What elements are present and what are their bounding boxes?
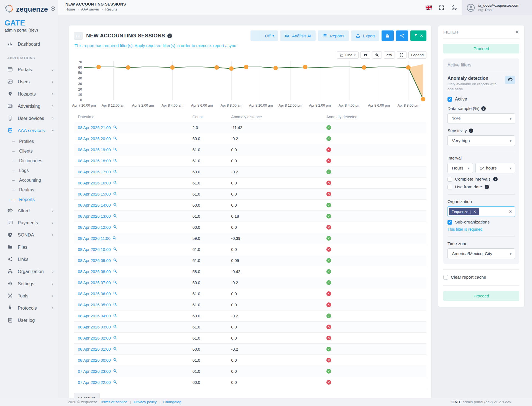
search-icon[interactable] [113, 169, 117, 174]
breadcrumb-home[interactable]: Home [65, 7, 75, 11]
active-checkbox-row[interactable]: Active [447, 97, 515, 102]
anomaly-ai-button[interactable] [505, 76, 515, 84]
search-icon[interactable] [112, 236, 117, 241]
search-icon[interactable] [113, 136, 117, 141]
row-datetime-link[interactable]: 08 Apr 2026 19:00 [78, 147, 117, 152]
sidebar-subitem-dictionaries[interactable]: Dictionaries [0, 156, 58, 166]
row-datetime-link[interactable]: 08 Apr 2026 09:00 [78, 258, 117, 263]
search-icon[interactable] [113, 180, 117, 186]
info-icon[interactable] [481, 106, 486, 111]
share-button[interactable] [396, 30, 408, 41]
row-datetime-link[interactable]: 08 Apr 2026 02:00 [78, 335, 117, 341]
search-icon[interactable] [113, 346, 117, 352]
interval-unit-select[interactable]: Hours [447, 163, 473, 173]
sidebar-item-files[interactable]: Files [0, 241, 58, 253]
info-icon[interactable] [485, 185, 489, 189]
auto-refresh-button[interactable]: Off▾ [250, 30, 278, 41]
search-icon[interactable] [113, 280, 117, 285]
search-icon[interactable] [113, 291, 117, 296]
sidebar-item-tools[interactable]: Tools› [0, 290, 58, 302]
row-datetime-link[interactable]: 08 Apr 2026 18:00 [78, 158, 117, 163]
search-icon[interactable] [113, 202, 117, 208]
search-icon[interactable] [113, 247, 117, 252]
row-datetime-link[interactable]: 08 Apr 2026 00:00 [78, 358, 117, 363]
search-icon[interactable] [113, 225, 117, 230]
complete-intervals-checkbox[interactable] [447, 177, 452, 182]
chart-fullscreen-button[interactable] [397, 51, 406, 59]
row-datetime-link[interactable]: 08 Apr 2026 11:00 [78, 236, 117, 241]
chart-legend-button[interactable]: Legend [408, 51, 426, 59]
breadcrumb-results[interactable]: Results [105, 7, 117, 11]
clear-organization-icon[interactable]: ✕ [509, 209, 512, 214]
proceed-button-bottom[interactable]: Proceed [443, 291, 519, 301]
row-datetime-link[interactable]: 08 Apr 2026 01:00 [78, 346, 117, 352]
sidebar-item-dashboard[interactable]: Dashboard [0, 38, 58, 50]
language-flag-icon[interactable] [426, 5, 432, 11]
chart-zoom-reset-button[interactable] [372, 51, 382, 59]
row-datetime-link[interactable]: 08 Apr 2026 20:00 [78, 136, 117, 141]
search-icon[interactable] [113, 324, 117, 330]
breadcrumb-aaa-server[interactable]: AAA server [81, 7, 99, 11]
search-icon[interactable] [113, 369, 117, 374]
sidebar-item-protocols[interactable]: Protocols› [0, 302, 58, 314]
row-datetime-link[interactable]: 08 Apr 2026 07:00 [78, 280, 117, 285]
filter-toggle-button[interactable]: ✕ [410, 30, 426, 41]
row-datetime-link[interactable]: 08 Apr 2026 17:00 [78, 169, 117, 174]
sidebar-toggle-icon[interactable] [50, 6, 56, 12]
row-datetime-link[interactable]: 08 Apr 2026 04:00 [78, 313, 117, 318]
clear-cache-checkbox[interactable] [443, 275, 448, 280]
row-datetime-link[interactable]: 08 Apr 2026 03:00 [78, 324, 117, 330]
fullscreen-icon[interactable] [438, 5, 444, 11]
dark-mode-moon-icon[interactable] [451, 5, 457, 11]
sidebar-item-aaa-services[interactable]: AAA services› [0, 124, 58, 137]
sidebar-item-users[interactable]: Users› [0, 76, 58, 88]
sidebar-item-alfred[interactable]: Alfred› [0, 204, 58, 217]
sidebar-item-user-log[interactable]: User log [0, 314, 58, 326]
row-datetime-link[interactable]: 08 Apr 2026 10:00 [78, 247, 117, 252]
proceed-button-top[interactable]: Proceed [443, 44, 519, 53]
footer-link-changelog[interactable]: Changelog [163, 400, 181, 404]
clear-cache-row[interactable]: Clear report cache [443, 275, 519, 280]
search-icon[interactable] [113, 147, 117, 152]
sidebar-item-portals[interactable]: Portals› [0, 63, 58, 76]
row-datetime-link[interactable]: 08 Apr 2026 14:00 [78, 202, 117, 208]
user-menu[interactable]: ia_docs@zequenze.com org: Root [462, 0, 532, 15]
chart-type-select[interactable]: Line▾ [337, 51, 359, 59]
timezone-select[interactable]: America/Mexico_City [447, 248, 515, 259]
footer-link-terms-of-service[interactable]: Terms of service [100, 400, 127, 404]
row-datetime-link[interactable]: 08 Apr 2026 12:00 [78, 225, 117, 230]
sub-organizations-checkbox[interactable] [447, 220, 452, 225]
sidebar-item-sonda[interactable]: SONDA› [0, 229, 58, 241]
row-datetime-link[interactable]: 07 Apr 2026 22:00 [78, 380, 117, 385]
search-icon[interactable] [113, 335, 117, 341]
remove-tag-icon[interactable]: ✕ [473, 209, 476, 214]
search-icon[interactable] [113, 358, 117, 363]
organization-select[interactable]: Zequenze|✕ ✕ [447, 206, 515, 217]
sidebar-item-hotspots[interactable]: Hotspots› [0, 88, 58, 100]
sidebar-item-payments[interactable]: Payments› [0, 217, 58, 229]
footer-link-privacy-policy[interactable]: Privacy policy [134, 400, 157, 404]
schedule-button[interactable] [382, 30, 394, 41]
refresh-icon[interactable] [250, 30, 258, 41]
sidebar-item-settings[interactable]: Settings› [0, 277, 58, 290]
row-datetime-link[interactable]: 08 Apr 2026 21:00 [78, 125, 117, 130]
info-icon[interactable] [469, 129, 473, 133]
sidebar-subitem-profiles[interactable]: Profiles [0, 137, 58, 146]
analysis-ai-button[interactable]: Análisis AI [280, 30, 316, 41]
sidebar-subitem-logs[interactable]: Logs [0, 166, 58, 175]
sidebar-subitem-accounting[interactable]: Accounting [0, 175, 58, 185]
sidebar-subitem-realms[interactable]: Realms [0, 185, 58, 195]
sidebar-item-links[interactable]: Links [0, 253, 58, 265]
sidebar-item-advertising[interactable]: Advertising› [0, 100, 58, 112]
row-datetime-link[interactable]: 08 Apr 2026 15:00 [78, 191, 117, 197]
search-icon[interactable] [113, 313, 117, 318]
sidebar-subitem-clients[interactable]: Clients [0, 146, 58, 156]
sidebar-item-organization[interactable]: Organization› [0, 265, 58, 277]
search-icon[interactable] [113, 258, 117, 263]
report-more-button[interactable]: ··· [74, 32, 83, 40]
sidebar-subitem-reports[interactable]: Reports [0, 195, 58, 204]
interval-span-select[interactable]: 24 hours [475, 163, 515, 173]
reports-button[interactable]: Reports [318, 30, 349, 41]
search-icon[interactable] [113, 214, 117, 219]
search-icon[interactable] [113, 269, 117, 274]
